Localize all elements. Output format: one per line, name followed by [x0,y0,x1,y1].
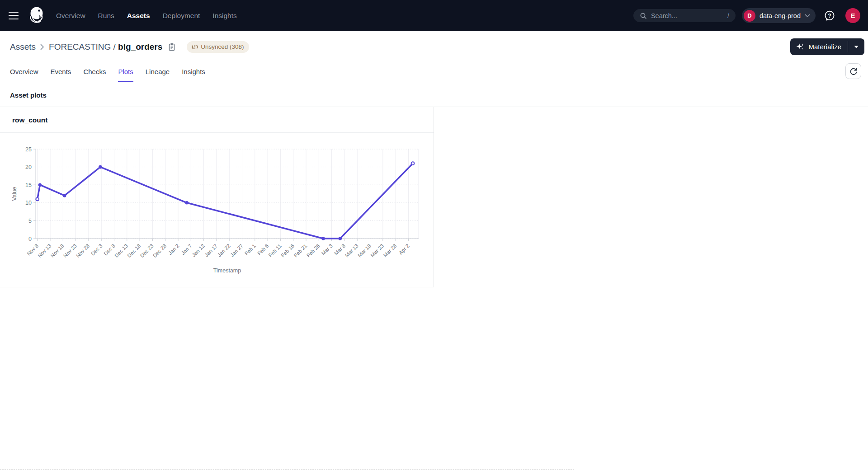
svg-text:Feb 1: Feb 1 [244,243,257,256]
refresh-icon [849,67,858,75]
tab-plots[interactable]: Plots [118,61,133,82]
copy-icon[interactable] [168,42,176,52]
nav-item-assets[interactable]: Assets [127,12,150,20]
materialize-button-label: Materialize [808,43,841,51]
tab-lineage[interactable]: Lineage [146,61,170,82]
svg-text:Mar 23: Mar 23 [369,243,385,258]
svg-text:Feb 11: Feb 11 [268,243,283,258]
svg-text:Dec 13: Dec 13 [113,243,129,258]
svg-text:Feb 26: Feb 26 [306,243,321,258]
breadcrumb-group: FORECASTING / [49,42,116,52]
svg-text:Jan 17: Jan 17 [203,243,218,258]
svg-text:15: 15 [25,182,32,188]
caret-down-icon [854,46,859,48]
plot-title: row_count [12,116,424,124]
tab-events[interactable]: Events [51,61,71,82]
svg-text:Feb 21: Feb 21 [293,243,308,258]
top-navbar: OverviewRunsAssetsDeploymentInsights Sea… [0,0,868,31]
svg-text:Nov 28: Nov 28 [75,243,90,258]
svg-text:Nov 13: Nov 13 [37,243,52,258]
svg-text:0: 0 [28,236,32,242]
unsynced-badge-label: Unsynced (308) [201,43,244,50]
nav-item-overview[interactable]: Overview [56,12,85,20]
dagster-logo[interactable] [28,6,46,26]
breadcrumb-chevron-icon [40,44,44,50]
svg-text:Mar 28: Mar 28 [382,243,398,258]
sync-alert-icon [192,44,198,50]
svg-text:Dec 18: Dec 18 [126,243,142,258]
deployment-initial-badge: D [744,10,755,22]
plot-panel-row-count: row_count 0510152025Nov 8Nov 13Nov 18Nov… [0,107,434,287]
tab-insights[interactable]: Insights [182,61,205,82]
svg-text:Dec 23: Dec 23 [139,243,155,258]
svg-text:Apr 2: Apr 2 [398,243,410,256]
tab-checks[interactable]: Checks [83,61,106,82]
tab-overview[interactable]: Overview [10,61,38,82]
help-icon: ? [824,10,835,22]
materialize-split-button[interactable]: Materialize [790,38,864,55]
svg-text:Jan 12: Jan 12 [191,243,206,258]
search-shortcut-hint: / [727,12,729,19]
user-avatar[interactable]: E [845,8,860,23]
asset-plots-section: Asset plots row_count 0510152025Nov 8Nov… [0,82,868,287]
svg-text:5: 5 [28,218,32,224]
deployment-label: data-eng-prod [760,12,801,19]
svg-text:Jan 22: Jan 22 [217,243,231,258]
asset-tabs-bar: OverviewEventsChecksPlotsLineageInsights [0,61,868,82]
svg-text:Feb 16: Feb 16 [280,243,295,258]
nav-item-runs[interactable]: Runs [98,12,114,20]
section-title: Asset plots [10,91,858,99]
breadcrumb: Assets FORECASTING / big_orders [10,41,249,53]
svg-text:20: 20 [25,164,32,170]
search-placeholder: Search... [651,12,677,19]
nav-item-insights[interactable]: Insights [212,12,236,20]
plot-panel-header: row_count [0,107,434,133]
materialize-dropdown-toggle[interactable] [848,38,864,55]
svg-text:Jan 2: Jan 2 [167,243,180,256]
page-title-asset-name: big_orders [118,42,162,52]
svg-text:Timestamp: Timestamp [213,267,241,274]
deployment-selector[interactable]: D data-eng-prod [742,8,816,23]
svg-text:?: ? [828,12,831,19]
refresh-button[interactable] [845,63,861,79]
svg-text:Value: Value [11,187,18,201]
materialize-button[interactable]: Materialize [790,38,848,55]
page-header: Assets FORECASTING / big_orders [0,31,868,61]
svg-text:Nov 18: Nov 18 [49,243,65,258]
svg-text:Mar 3: Mar 3 [321,243,334,256]
row-count-line-chart: 0510152025Nov 8Nov 13Nov 18Nov 23Nov 28D… [0,133,429,285]
svg-text:Mar 18: Mar 18 [357,243,372,258]
svg-text:Dec 28: Dec 28 [152,243,167,258]
help-button[interactable]: ? [824,10,835,22]
sparkles-icon [796,42,805,51]
svg-text:Mar 13: Mar 13 [344,243,359,258]
breadcrumb-group-and-asset: FORECASTING / big_orders [49,42,162,52]
asset-tabs: OverviewEventsChecksPlotsLineageInsights [10,61,205,82]
bottom-divider [0,469,574,470]
section-header: Asset plots [0,82,868,107]
search-icon [640,12,647,19]
search-input[interactable]: Search... / [633,9,736,22]
svg-text:25: 25 [25,146,32,153]
unsynced-badge[interactable]: Unsynced (308) [187,41,249,53]
svg-text:10: 10 [25,200,32,206]
nav-links: OverviewRunsAssetsDeploymentInsights [56,12,237,20]
svg-text:Jan 27: Jan 27 [229,243,244,258]
svg-text:Dec 3: Dec 3 [90,243,104,257]
menu-icon[interactable] [7,8,23,23]
chevron-down-icon [805,14,810,18]
svg-text:Nov 23: Nov 23 [62,243,78,258]
breadcrumb-assets-link[interactable]: Assets [10,42,36,52]
nav-item-deployment[interactable]: Deployment [163,12,200,20]
chart-container: 0510152025Nov 8Nov 13Nov 18Nov 23Nov 28D… [0,133,434,287]
